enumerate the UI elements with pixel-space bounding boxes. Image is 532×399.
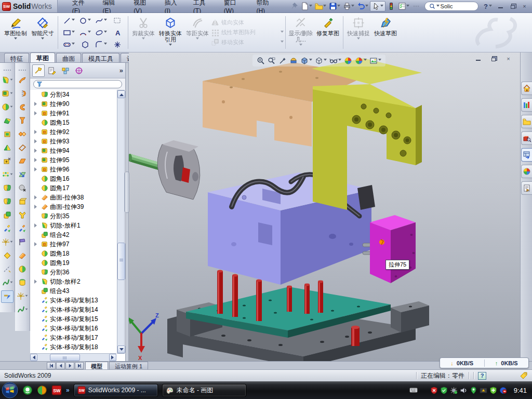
tree-horizontal-scrollbar[interactable] [30, 353, 116, 361]
view-palette-tab[interactable] [521, 148, 532, 162]
tree-item[interactable]: 分割35 [30, 211, 116, 221]
tree-item[interactable]: 切除-放样2 [30, 277, 116, 286]
scroll-right-button[interactable] [109, 354, 116, 361]
solidworks-resources-tab[interactable] [521, 82, 532, 95]
tree-item[interactable]: 实体-移动/复制18 [30, 342, 116, 352]
3d-model[interactable]: Y Z X [129, 52, 520, 361]
help-caret-icon[interactable] [489, 5, 492, 8]
fillet-tool[interactable] [1, 101, 14, 113]
circle-tool-button[interactable] [77, 15, 93, 26]
tree-item[interactable]: 拉伸94 [30, 146, 116, 155]
cut-tool[interactable] [1, 142, 14, 153]
expand-arrow-icon[interactable] [34, 242, 39, 247]
hole-wizard-tool[interactable] [1, 155, 14, 167]
extend-surface-tool[interactable] [16, 223, 29, 234]
pattern-tool[interactable] [1, 169, 14, 180]
sketch-button[interactable]: 草图绘制 [2, 14, 29, 51]
edit-appearance-button[interactable] [355, 57, 367, 65]
tree-item[interactable]: 分割34 [30, 90, 116, 99]
tree-item[interactable]: 曲面-拉伸39 [30, 202, 116, 211]
tree-filter-input[interactable] [33, 80, 122, 88]
tree-item[interactable]: 切除-放样1 [30, 221, 116, 230]
search-tab[interactable] [521, 131, 532, 145]
tree-item[interactable]: 分割36 [30, 268, 116, 277]
vertical-scroll-thumb[interactable] [117, 243, 125, 280]
doc-minimize-button[interactable] [474, 55, 483, 62]
zoom-to-area-button[interactable] [268, 57, 276, 65]
repair-sketch-button[interactable]: 修复草图 [314, 14, 341, 51]
quick-tips-button[interactable]: ? [478, 372, 486, 380]
expand-arrow-icon[interactable] [34, 204, 39, 209]
expand-arrow-icon[interactable] [34, 223, 39, 228]
display-style-button[interactable] [315, 57, 327, 65]
tray-sync-icon[interactable] [499, 387, 507, 394]
scroll-down-button[interactable] [117, 345, 125, 353]
point-tool-button[interactable] [109, 38, 125, 50]
tree-item[interactable]: 圆角18 [30, 249, 116, 258]
expand-arrow-icon[interactable] [34, 139, 39, 144]
display-delete-relations-button[interactable]: 显示/删除几... [287, 14, 314, 51]
zoom-to-fit-button[interactable] [257, 57, 265, 65]
tree-item[interactable]: 实体-移动/复制14 [30, 305, 116, 314]
solidworks-quicklaunch[interactable]: SW [51, 385, 62, 395]
taskbar-clock[interactable]: 9:41 [514, 387, 527, 394]
configurationmanager-tab[interactable] [59, 64, 72, 77]
apply-scene-button[interactable] [344, 57, 352, 65]
rectangle-tool-button[interactable] [61, 26, 77, 38]
tree-item[interactable]: 实体-移动/复制13 [30, 296, 116, 305]
start-button[interactable] [2, 382, 18, 398]
spline-tool-button[interactable] [93, 15, 109, 26]
messenger-quicklaunch[interactable] [22, 385, 33, 395]
reference-point-tool[interactable] [1, 236, 14, 248]
linear-sketch-pattern-button[interactable]: 线性草图阵列 [211, 29, 284, 37]
custom-properties-tab[interactable] [521, 181, 532, 195]
trim-entities-button[interactable]: 剪裁实体 [130, 14, 157, 51]
panel-more-tabs-button[interactable]: » [119, 66, 123, 74]
surface-point-tool[interactable] [16, 290, 29, 302]
tree-item[interactable]: 组合42 [30, 230, 116, 240]
mirror-entities-button[interactable]: 镜向实体 [211, 19, 284, 27]
hide-show-items-button[interactable] [329, 57, 341, 65]
scroll-left-button[interactable] [30, 354, 37, 361]
thicken-tool[interactable] [16, 250, 29, 261]
section-view-button[interactable] [289, 57, 298, 65]
expand-arrow-icon[interactable] [34, 148, 39, 153]
ribbon-tab-草图[interactable]: 草图 [30, 52, 55, 62]
tags-icon[interactable] [520, 371, 528, 380]
quicklaunch-more-button[interactable]: » [66, 387, 70, 394]
extruded-boss-tool[interactable] [1, 88, 14, 99]
tree-item[interactable]: 圆角19 [30, 258, 116, 268]
expand-arrow-icon[interactable] [34, 279, 39, 284]
knit-surface-tool[interactable] [16, 196, 29, 207]
select-entities-tool-button[interactable] [109, 15, 125, 26]
tree-item[interactable]: 实体-移动/复制16 [30, 324, 116, 333]
doc-close-button[interactable]: × [504, 55, 513, 62]
line-tool-button[interactable] [61, 15, 77, 26]
tray-warning-icon[interactable] [480, 387, 487, 394]
panel-splitter-handle[interactable] [125, 171, 129, 213]
offset-entities-button[interactable]: 等距实体 [184, 14, 211, 51]
face-fillet-tool[interactable] [16, 263, 29, 275]
options-list-button[interactable] [397, 1, 410, 11]
surface-curve-tool[interactable] [16, 304, 29, 315]
ribbon-tab-特征[interactable]: 特征 [4, 53, 29, 62]
open-document-button[interactable] [314, 1, 327, 11]
graphics-area[interactable]: Y Z X × 拉伸75 [129, 52, 520, 361]
ruled-surface-tool[interactable] [16, 169, 29, 180]
horizontal-scroll-thumb[interactable] [50, 354, 80, 361]
tree-item[interactable]: 拉伸97 [30, 240, 116, 249]
combine-tool[interactable] [1, 209, 14, 221]
move-entities-button[interactable]: 移动实体 [211, 38, 284, 47]
tray-antivirus-icon[interactable] [440, 387, 448, 394]
appearances-tab[interactable] [521, 165, 532, 178]
doc-restore-button[interactable] [489, 55, 498, 62]
tree-item[interactable]: 圆角17 [30, 183, 116, 193]
boss-tool[interactable] [1, 128, 14, 140]
trim-surface-tool[interactable] [16, 209, 29, 221]
delete-face-tool[interactable] [16, 182, 29, 194]
arc-tool-button[interactable] [77, 26, 93, 38]
file-explorer-tab[interactable] [521, 115, 532, 128]
toolbar-overflow-button[interactable] [411, 1, 421, 11]
save-button[interactable] [328, 1, 341, 11]
input-method-icon[interactable] [409, 386, 418, 394]
